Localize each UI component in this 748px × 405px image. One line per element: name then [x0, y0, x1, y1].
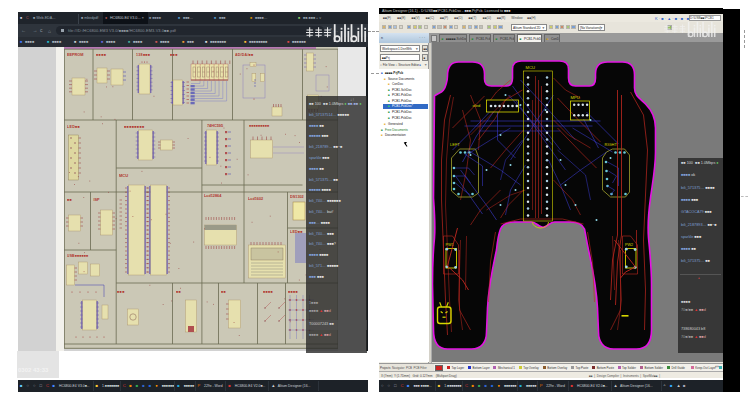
svg-text:ISP: ISP — [93, 198, 100, 202]
svg-text:■■■■: ■■■■ — [288, 290, 298, 294]
svg-text:■■■■: ■■■■ — [96, 53, 106, 57]
svg-text:MPU: MPU — [570, 95, 579, 100]
svg-text:■■■■■■■■■: ■■■■■■■■■ — [249, 124, 269, 128]
svg-text:AD/DA/■■: AD/DA/■■ — [235, 53, 253, 57]
svg-text:■■: ■■ — [176, 290, 181, 294]
svg-text:■■■: ■■■ — [170, 53, 178, 57]
svg-text:RIGHT: RIGHT — [604, 142, 617, 147]
svg-text:LEFT: LEFT — [450, 142, 460, 147]
svg-text:74HC595: 74HC595 — [207, 124, 223, 128]
svg-text:■■■■■■■■: ■■■■■■■■ — [124, 125, 145, 129]
svg-text:■■■■: ■■■■ — [263, 290, 273, 294]
svg-text:LED■■: LED■■ — [67, 125, 80, 129]
svg-text:PW2: PW2 — [625, 243, 633, 247]
svg-text:DS1302: DS1302 — [290, 195, 304, 199]
svg-text:MCU: MCU — [119, 173, 128, 178]
svg-text:■■: ■■ — [67, 198, 72, 202]
svg-text:oled: oled — [472, 103, 481, 108]
svg-text:■■: ■■ — [221, 290, 226, 294]
svg-text:■■■: ■■■ — [117, 290, 125, 294]
svg-text:EEPROM: EEPROM — [67, 53, 83, 57]
svg-text:Lcd12864: Lcd12864 — [204, 194, 222, 198]
svg-text:138■■■: 138■■■ — [136, 53, 150, 57]
svg-text:Lcd1602: Lcd1602 — [248, 197, 263, 201]
svg-text:MCU: MCU — [525, 65, 535, 70]
svg-text:USB■■■■■■: USB■■■■■■ — [67, 254, 88, 258]
